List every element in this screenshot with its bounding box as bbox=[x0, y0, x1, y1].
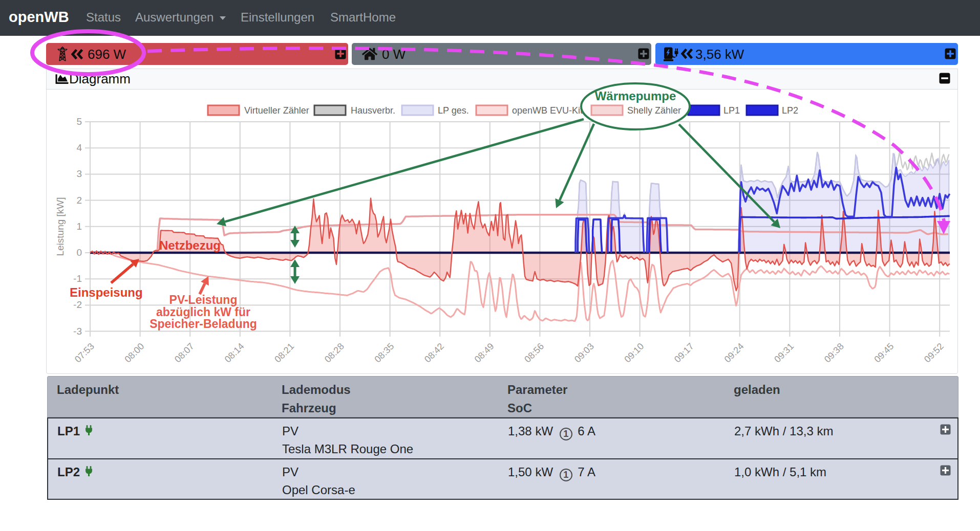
svg-text:Hausverbr.: Hausverbr. bbox=[351, 105, 395, 116]
svg-text:2: 2 bbox=[76, 195, 82, 206]
svg-text:09:03: 09:03 bbox=[572, 341, 596, 365]
svg-text:09:45: 09:45 bbox=[872, 341, 896, 365]
svg-text:09:24: 09:24 bbox=[722, 341, 746, 365]
svg-text:08:00: 08:00 bbox=[122, 341, 146, 365]
svg-text:08:49: 08:49 bbox=[473, 341, 496, 365]
svg-text:openWB EVU-Kit: openWB EVU-Kit bbox=[512, 105, 583, 116]
svg-text:09:17: 09:17 bbox=[672, 341, 696, 365]
svg-text:0: 0 bbox=[76, 247, 82, 258]
svg-text:-2: -2 bbox=[73, 299, 82, 310]
svg-text:LP2: LP2 bbox=[782, 105, 798, 116]
svg-text:07:53: 07:53 bbox=[73, 341, 96, 365]
svg-text:3: 3 bbox=[76, 168, 82, 179]
svg-text:-1: -1 bbox=[73, 273, 82, 284]
svg-text:09:10: 09:10 bbox=[622, 341, 646, 365]
svg-text:Shelly Zähler: Shelly Zähler bbox=[627, 105, 681, 116]
svg-text:08:56: 08:56 bbox=[522, 341, 546, 365]
svg-text:09:52: 09:52 bbox=[922, 341, 946, 365]
svg-text:08:21: 08:21 bbox=[272, 341, 296, 365]
svg-text:4: 4 bbox=[76, 142, 82, 153]
svg-text:08:42: 08:42 bbox=[422, 341, 446, 365]
svg-text:08:35: 08:35 bbox=[372, 341, 396, 365]
svg-text:Leistung [kW]: Leistung [kW] bbox=[55, 197, 66, 256]
svg-text:Virtueller Zähler: Virtueller Zähler bbox=[244, 105, 309, 116]
svg-text:LP ges.: LP ges. bbox=[438, 105, 469, 116]
svg-text:08:14: 08:14 bbox=[223, 341, 246, 365]
svg-text:LP1: LP1 bbox=[723, 105, 740, 116]
svg-text:1: 1 bbox=[76, 221, 82, 232]
svg-text:08:07: 08:07 bbox=[173, 341, 196, 365]
svg-text:09:31: 09:31 bbox=[772, 341, 796, 365]
svg-text:08:28: 08:28 bbox=[323, 341, 346, 365]
svg-text:-3: -3 bbox=[73, 326, 82, 337]
svg-text:09:38: 09:38 bbox=[822, 341, 846, 365]
svg-text:5: 5 bbox=[76, 116, 82, 127]
